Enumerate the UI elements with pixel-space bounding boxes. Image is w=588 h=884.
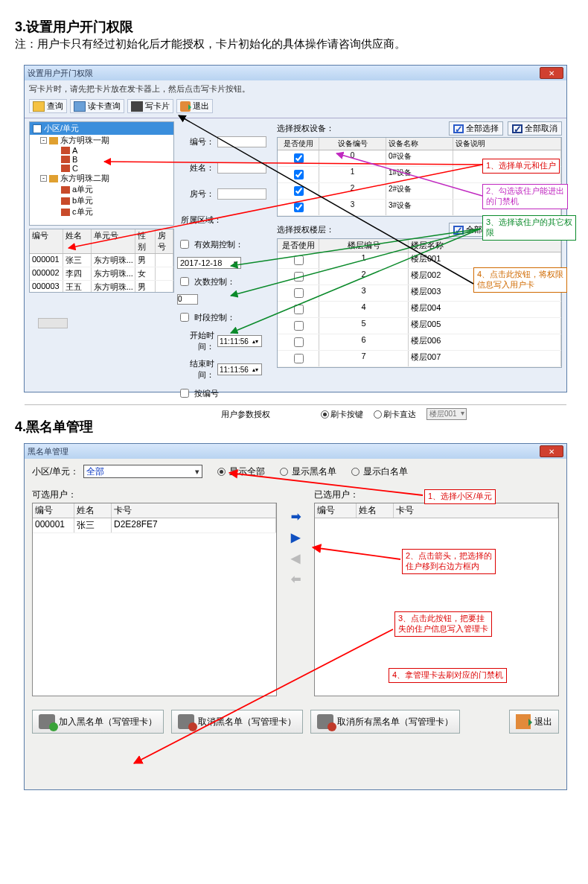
device-checkbox[interactable] [294, 153, 304, 163]
radio-swipe-direct[interactable]: 刷卡直达 [374, 409, 416, 420]
lbl-end: 结束时间： [177, 358, 214, 381]
col-devname: 设备名称 [386, 138, 453, 150]
tree-leaf[interactable]: C [72, 164, 78, 173]
date-picker[interactable]: 2017-12-18▾ [177, 257, 241, 269]
move-left-button[interactable]: ◀ [287, 551, 304, 565]
lbl-area: 所属区域： [177, 214, 222, 226]
add-blacklist-label: 加入黑名单（写管理卡） [59, 716, 157, 728]
query-button[interactable]: 查询 [29, 99, 67, 113]
tree-node[interactable]: 东方明珠二期 [60, 173, 109, 184]
unit-tree[interactable]: 小区/单元 -东方明珠一期 A B C -东方明珠二期 a单元 b单元 c单元 [29, 121, 174, 226]
scrollbar[interactable] [38, 318, 68, 328]
tree-leaf[interactable]: b单元 [72, 195, 93, 206]
floor-checkbox[interactable] [294, 321, 304, 331]
table-row[interactable]: 000003王五东方明珠...男 [30, 281, 173, 293]
exit-button[interactable]: 退出 [176, 99, 213, 113]
count-input[interactable]: 0 [177, 294, 198, 305]
device-checkbox[interactable] [294, 186, 304, 196]
close-icon[interactable]: ✕ [540, 67, 563, 79]
floor-checkbox[interactable] [294, 305, 304, 314]
remove-all-blacklist-button[interactable]: 取消所有黑名单（写管理卡） [310, 710, 460, 734]
query-label: 查询 [47, 101, 63, 112]
period-checkbox[interactable] [180, 240, 189, 249]
move-right-all-button[interactable]: ➡ [287, 509, 304, 523]
collapse-icon[interactable]: - [40, 175, 47, 182]
table-row[interactable]: 000002李四东方明珠...女 [30, 267, 173, 281]
id-input[interactable] [217, 136, 266, 147]
floor-table[interactable]: 是否使用 楼层编号 楼层名称 1楼层0012楼层0023楼层0034楼层0045… [277, 238, 562, 368]
spinner-icon: ▴▾ [252, 339, 260, 344]
table-row[interactable]: 5楼层005 [278, 318, 561, 334]
house-icon [61, 197, 70, 205]
col-card3: 卡号 [394, 503, 558, 518]
table-row[interactable]: 000001张三东方明珠...男 [30, 254, 173, 267]
readcard-button[interactable]: 读卡查询 [70, 99, 124, 113]
radio-show-all[interactable]: 显示全部 [217, 465, 265, 478]
end-time-input[interactable]: 11:11:56▴▾ [217, 363, 262, 375]
floor-checkbox[interactable] [294, 288, 304, 298]
radio-show-white[interactable]: 显示白名单 [351, 465, 408, 478]
room-input[interactable] [217, 188, 266, 200]
uncheck-icon [512, 124, 523, 133]
list-item[interactable]: 000001张三D2E28FE7 [33, 518, 276, 533]
callout-2: 2、勾选该住户能进出 的门禁机 [482, 184, 568, 209]
floor-checkbox[interactable] [294, 272, 304, 282]
tree-leaf[interactable]: c单元 [72, 206, 93, 217]
table-row[interactable]: 7楼层007 [278, 351, 561, 367]
tree-leaf[interactable]: B [72, 155, 77, 164]
tree-leaf[interactable]: A [72, 146, 77, 155]
floor-combo[interactable]: 楼层001 [426, 408, 467, 420]
building-icon [49, 175, 58, 182]
radio-show-black[interactable]: 显示黑名单 [280, 465, 336, 478]
table-row[interactable]: 6楼层006 [278, 334, 561, 351]
select-all-button[interactable]: 全部选择 [449, 121, 503, 136]
col-room: 房号 [156, 229, 173, 253]
radio-all-label: 显示全部 [229, 465, 265, 478]
start-time-input[interactable]: 11:11:56▴▾ [217, 335, 262, 347]
lbl-name: 姓名： [177, 162, 214, 174]
move-right-button[interactable]: ▶ [287, 530, 304, 544]
lbl-count: 次数控制： [194, 276, 235, 287]
device-checkbox[interactable] [294, 170, 304, 179]
writecard-button[interactable]: 写卡片 [127, 99, 173, 113]
col-id3: 编号 [315, 503, 357, 518]
deselect-all-button[interactable]: 全部取消 [508, 121, 562, 136]
card-icon [74, 101, 86, 112]
unit-combo[interactable]: 全部 [83, 465, 202, 478]
count-checkbox[interactable] [180, 277, 189, 286]
exit-button2[interactable]: 退出 [509, 710, 559, 734]
tree-node[interactable]: 东方明珠一期 [60, 135, 109, 146]
device-checkbox[interactable] [294, 203, 304, 212]
floor-checkbox[interactable] [294, 337, 304, 347]
byid-checkbox[interactable] [180, 389, 189, 398]
check-icon [453, 124, 464, 133]
remove-blacklist-button[interactable]: 取消黑名单（写管理卡） [171, 710, 303, 734]
col-id: 编号 [30, 229, 63, 253]
deselect-all-label: 全部取消 [525, 123, 557, 134]
col-card: 卡号 [112, 503, 276, 518]
person-add-icon [39, 714, 55, 729]
titlebar2: 黑名单管理 ✕ [25, 444, 566, 459]
table-row[interactable]: 1楼层001 [278, 252, 561, 269]
exit-icon [516, 714, 531, 729]
user-table[interactable]: 编号 姓名 单元号 性别 房号 000001张三东方明珠...男000002李四… [29, 229, 174, 293]
person-remove-all-icon [317, 714, 333, 729]
floor-checkbox[interactable] [294, 255, 304, 265]
house-icon [61, 209, 70, 216]
house-icon [61, 147, 70, 154]
close-icon[interactable]: ✕ [540, 445, 563, 457]
move-left-all-button[interactable]: ⬅ [287, 572, 304, 585]
lbl-start: 开始时间： [177, 330, 214, 352]
timeslot-checkbox[interactable] [180, 313, 189, 322]
end-time-value: 11:11:56 [220, 366, 249, 374]
add-blacklist-button[interactable]: 加入黑名单（写管理卡） [32, 710, 164, 734]
collapse-icon[interactable]: - [40, 137, 47, 144]
radio-swipe-key[interactable]: 刷卡按键 [321, 409, 363, 420]
name-input[interactable] [217, 162, 266, 174]
exit-label: 退出 [193, 101, 209, 112]
available-list[interactable]: 编号 姓名 卡号 000001张三D2E28FE7 [32, 503, 277, 696]
floor-checkbox[interactable] [294, 354, 304, 363]
tree-leaf[interactable]: a单元 [72, 184, 93, 195]
table-row[interactable]: 4楼层004 [278, 302, 561, 318]
picked-list[interactable]: 编号 姓名 卡号 [314, 503, 559, 696]
